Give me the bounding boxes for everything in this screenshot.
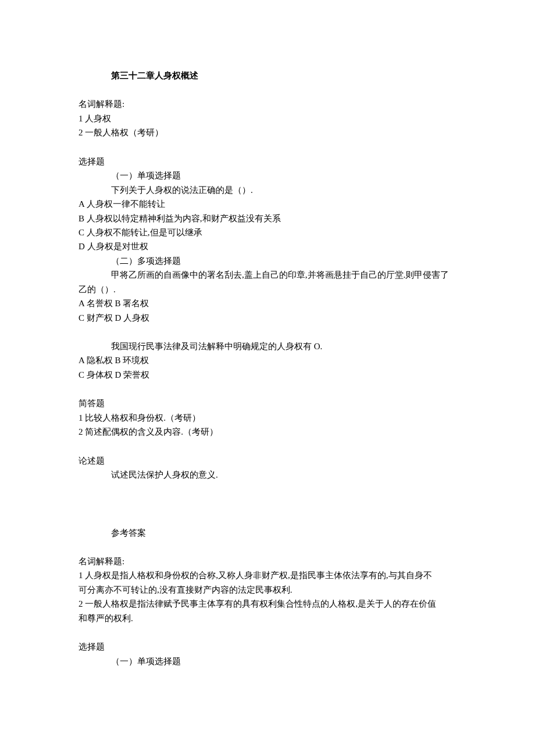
spacer bbox=[79, 625, 459, 640]
term-item-1: 1 人身权 bbox=[79, 112, 459, 126]
single-choice-stem: 下列关于人身权的说法正确的是（）. bbox=[79, 183, 459, 197]
essay-heading: 论述题 bbox=[79, 454, 459, 468]
answer-term1-line2: 可分离亦不可转让的,没有直接财产内容的法定民事权利. bbox=[79, 583, 459, 597]
answer-term2-line2: 和尊严的权利. bbox=[79, 611, 459, 625]
document-page: 第三十二章人身权概述 名词解释题: 1 人身权 2 一般人格权（考研） 选择题 … bbox=[0, 0, 535, 715]
spacer bbox=[79, 325, 459, 339]
multi-q1-options-cd: C 财产权 D 人身权 bbox=[79, 311, 459, 325]
answers-single-label: （一）单项选择题 bbox=[79, 654, 459, 668]
answer-term2-line1: 2 一般人格权是指法律赋予民事主体享有的具有权利集合性特点的人格权,是关于人的存… bbox=[79, 597, 459, 611]
choice-heading: 选择题 bbox=[79, 155, 459, 169]
spacer bbox=[79, 439, 459, 454]
single-option-b: B 人身权以特定精神利益为内容,和财产权益没有关系 bbox=[79, 212, 459, 225]
multi-q1-stem: 甲将乙所画的自画像中的署名刮去,盖上自己的印章,并将画悬挂于自己的厅堂.则甲侵害… bbox=[79, 268, 459, 282]
answer-term1-line1: 1 人身权是指人格权和身份权的合称,又称人身非财产权,是指民事主体依法享有的,与… bbox=[79, 568, 459, 582]
short-item-1: 1 比较人格权和身份权.（考研） bbox=[79, 411, 459, 425]
terms-heading: 名词解释题: bbox=[79, 97, 459, 111]
chapter-title: 第三十二章人身权概述 bbox=[79, 69, 459, 83]
multi-q1-stem-tail: 乙的（）. bbox=[79, 282, 459, 296]
spacer bbox=[79, 382, 459, 396]
multi-choice-label: （二）多项选择题 bbox=[79, 254, 459, 268]
term-item-2: 2 一般人格权（考研） bbox=[79, 126, 459, 139]
spacer bbox=[79, 140, 459, 155]
short-heading: 简答题 bbox=[79, 396, 459, 410]
multi-q1-options-ab: A 名誉权 B 署名权 bbox=[79, 296, 459, 310]
answers-terms-heading: 名词解释题: bbox=[79, 554, 459, 568]
single-option-c: C 人身权不能转让,但是可以继承 bbox=[79, 225, 459, 239]
short-item-2: 2 简述配偶权的含义及内容.（考研） bbox=[79, 425, 459, 439]
single-choice-label: （一）单项选择题 bbox=[79, 169, 459, 182]
spacer bbox=[79, 482, 459, 511]
answers-choice-heading: 选择题 bbox=[79, 640, 459, 654]
multi-q2-options-ab: A 隐私权 B 环境权 bbox=[79, 353, 459, 367]
single-option-d: D 人身权是对世权 bbox=[79, 239, 459, 253]
single-option-a: A 人身权一律不能转让 bbox=[79, 197, 459, 211]
spacer bbox=[79, 83, 459, 97]
multi-q2-stem: 我国现行民事法律及司法解释中明确规定的人身权有 O. bbox=[79, 339, 459, 353]
answers-heading: 参考答案 bbox=[79, 526, 459, 540]
spacer bbox=[79, 540, 459, 554]
essay-item: 试述民法保护人身权的意义. bbox=[79, 468, 459, 482]
spacer bbox=[79, 511, 459, 526]
multi-q2-options-cd: C 身体权 D 荣誉权 bbox=[79, 368, 459, 382]
